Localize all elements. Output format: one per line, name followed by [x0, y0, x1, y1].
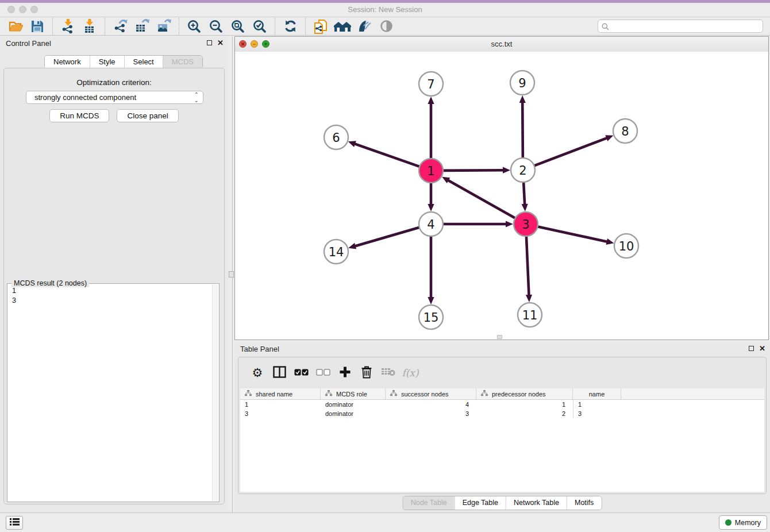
edge-3-11[interactable]: [526, 235, 529, 296]
run-mcds-button[interactable]: Run MCDS: [49, 109, 109, 122]
column-header-predecessor-nodes[interactable]: predecessor nodes: [476, 388, 573, 399]
cell-name[interactable]: 3: [573, 409, 621, 418]
tab-edge-table[interactable]: Edge Table: [455, 496, 506, 510]
open-folder-icon: [8, 19, 24, 34]
cell-successor-nodes[interactable]: 3: [386, 409, 476, 418]
column-label: predecessor nodes: [492, 391, 546, 398]
function-builder-button[interactable]: f(x): [399, 363, 421, 383]
cell-name[interactable]: 1: [573, 400, 621, 409]
table-panel-title: Table Panel: [240, 345, 279, 353]
cell-predecessor-nodes[interactable]: 1: [476, 400, 573, 409]
add-entry-button[interactable]: [334, 363, 356, 383]
close-panel-icon[interactable]: ✕: [217, 40, 224, 46]
zoom-in-button[interactable]: [183, 18, 205, 35]
tree-icon: [481, 390, 488, 398]
panel-divider-handle[interactable]: [229, 271, 234, 277]
node-table-pane: ⚙ f(x) shared nameMCDS rolesuccessor nod…: [238, 357, 767, 494]
node-label-7: 7: [427, 78, 434, 91]
float-panel-icon[interactable]: [207, 40, 212, 45]
column-header-name[interactable]: name: [573, 388, 621, 399]
edge-1-6[interactable]: [354, 144, 421, 167]
open-session-button[interactable]: [5, 18, 26, 35]
network-view-window: ✕ − + scc.txt 7968124314101511: [234, 36, 769, 340]
memory-button[interactable]: Memory: [719, 515, 767, 530]
close-panel-icon[interactable]: ✕: [759, 345, 765, 352]
export-table-button[interactable]: [131, 18, 153, 35]
delete-table-button[interactable]: [378, 363, 399, 383]
select-all-button[interactable]: [290, 363, 312, 383]
node-label-14: 14: [329, 245, 344, 259]
delete-entry-button[interactable]: [356, 363, 378, 383]
control-panel: Control Panel ✕ NetworkStyleSelectMCDS O…: [0, 36, 228, 512]
edge-2-8[interactable]: [533, 138, 607, 166]
column-header-mcds-role[interactable]: MCDS role: [321, 388, 386, 399]
tab-select[interactable]: Select: [124, 56, 163, 68]
tab-network-table[interactable]: Network Table: [506, 496, 567, 510]
cell-shared-name[interactable]: 3: [240, 409, 321, 418]
zoom-fit-button[interactable]: [227, 18, 249, 35]
column-header-successor-nodes[interactable]: successor nodes: [386, 388, 476, 399]
result-scrollbar[interactable]: [212, 284, 218, 501]
edge-3-10[interactable]: [537, 226, 608, 242]
cell-mcds-role[interactable]: dominator: [321, 400, 386, 409]
nested-networks-button[interactable]: [332, 18, 353, 35]
tab-motifs[interactable]: Motifs: [567, 496, 601, 510]
toolbar-separator: [105, 18, 105, 35]
edge-2-9[interactable]: [522, 102, 523, 159]
cell-predecessor-nodes[interactable]: 2: [476, 409, 573, 418]
import-table-button[interactable]: [79, 18, 101, 35]
arrowhead-3-11: [526, 295, 532, 302]
function-icon: f(x): [402, 367, 418, 379]
deselect-all-button[interactable]: [312, 363, 334, 383]
column-label: shared name: [256, 391, 292, 398]
export-image-icon: [156, 18, 172, 34]
zoom-selected-button[interactable]: [249, 18, 271, 35]
edge-3-1[interactable]: [448, 180, 517, 218]
arrowhead-2-3: [522, 204, 528, 211]
node-label-3: 3: [522, 218, 529, 232]
save-session-button[interactable]: [26, 18, 48, 35]
tab-mcds[interactable]: MCDS: [163, 56, 202, 68]
duplicate-network-icon: [313, 18, 328, 34]
network-resize-grip[interactable]: [497, 335, 502, 339]
edge-1-2[interactable]: [442, 170, 504, 171]
split-view-button[interactable]: [268, 363, 290, 383]
edge-4-14[interactable]: [355, 227, 421, 246]
column-label: successor nodes: [401, 391, 449, 398]
tab-node-table[interactable]: Node Table: [403, 496, 455, 510]
eye-icon: [379, 19, 394, 33]
export-image-button[interactable]: [153, 18, 175, 35]
visual-style-button[interactable]: [353, 18, 375, 35]
network-graph[interactable]: 7968124314101511: [235, 52, 768, 340]
tab-network[interactable]: Network: [45, 56, 90, 68]
optimization-criterion-label: Optimization criterion:: [4, 78, 224, 87]
network-window-titlebar[interactable]: ✕ − + scc.txt: [235, 37, 768, 52]
import-network-button[interactable]: [57, 18, 79, 35]
cell-shared-name[interactable]: 1: [240, 400, 321, 409]
table-settings-button[interactable]: ⚙: [247, 363, 268, 383]
float-panel-icon[interactable]: [749, 346, 754, 351]
zoom-out-button[interactable]: [205, 18, 227, 35]
search-input[interactable]: [598, 20, 763, 33]
table-row[interactable]: 3dominator323: [240, 409, 764, 418]
column-header-shared-name[interactable]: shared name: [240, 388, 321, 399]
search-box: [598, 20, 763, 33]
mcds-result-text[interactable]: 13: [12, 286, 210, 306]
cell-mcds-role[interactable]: dominator: [321, 409, 386, 418]
show-panels-button[interactable]: [6, 516, 23, 530]
table-row[interactable]: 1dominator411: [240, 400, 764, 409]
edge-2-3[interactable]: [523, 181, 525, 205]
duplicate-network-button[interactable]: [310, 18, 332, 35]
tab-style[interactable]: Style: [90, 56, 124, 68]
criterion-select[interactable]: strongly connected component ⌃⌄: [26, 91, 203, 104]
export-network-button[interactable]: [109, 18, 131, 35]
cell-successor-nodes[interactable]: 4: [386, 400, 476, 409]
node-label-2: 2: [519, 164, 526, 178]
network-canvas[interactable]: 7968124314101511: [235, 52, 768, 340]
refresh-icon: [283, 19, 298, 33]
close-panel-button[interactable]: Close panel: [117, 109, 178, 122]
checked-boxes-icon: [294, 368, 309, 378]
refresh-button[interactable]: [279, 18, 301, 35]
toggle-view-button[interactable]: [375, 18, 397, 35]
table-tabs: Node TableEdge TableNetwork TableMotifs: [403, 496, 602, 510]
